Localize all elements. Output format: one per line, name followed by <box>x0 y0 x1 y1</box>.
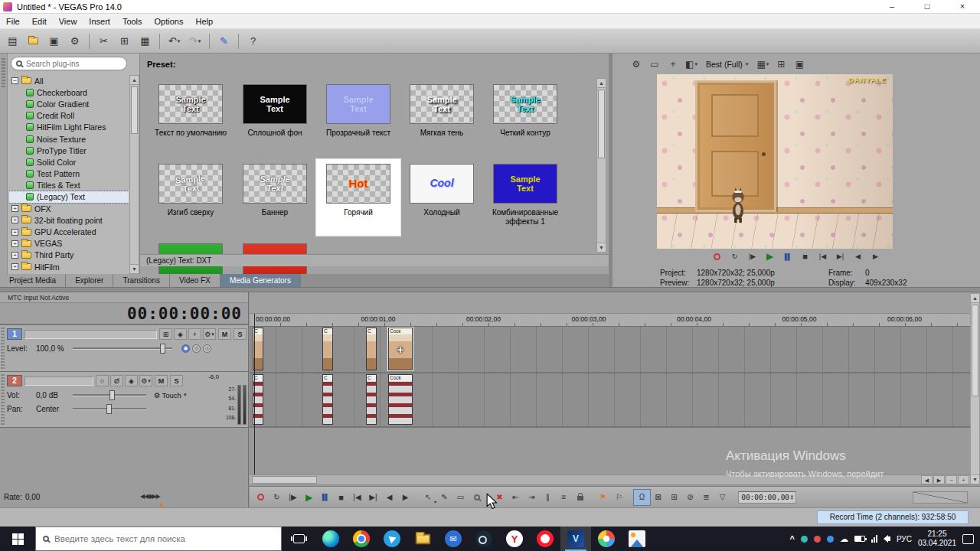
minimize-button[interactable]: – <box>874 0 910 13</box>
scroll-up-icon[interactable]: ▲ <box>130 76 139 85</box>
save-snapshot-button[interactable]: ▣ <box>792 57 806 72</box>
scrollbar-thumb[interactable] <box>252 476 317 484</box>
audio-track-header[interactable]: -6,0 2 ○Ø◈⚙▾ M S Vol: 0,0 dB ⚙ Touch ▾ P… <box>0 372 248 428</box>
save-project-button[interactable]: ▣ <box>44 32 64 51</box>
scroll-right-icon[interactable]: ▶ <box>933 475 945 484</box>
scroll-up-icon[interactable]: ▲ <box>597 79 606 88</box>
task-view-button[interactable] <box>282 527 315 551</box>
video-preview-options-button[interactable]: + <box>666 57 680 72</box>
maximize-button[interactable]: □ <box>910 0 945 13</box>
scroll-down-icon[interactable]: ▼ <box>130 264 139 273</box>
expander-icon[interactable]: + <box>11 229 18 236</box>
start-button[interactable] <box>0 527 35 551</box>
track-fx-button[interactable]: ◈ <box>125 375 138 386</box>
preset-scrollbar[interactable]: ▲ ▼ <box>596 78 606 253</box>
undo-button[interactable]: ↶▾ <box>165 32 184 51</box>
tree-scrollbar[interactable]: ▲ ▼ <box>129 75 139 274</box>
metronome-button[interactable]: ▽ <box>714 490 730 505</box>
expander-icon[interactable]: + <box>11 217 18 223</box>
tree-item-checkerboard[interactable]: Checkerboard <box>9 86 129 98</box>
insert-region-button[interactable]: ⚐ <box>611 490 627 505</box>
stop-button[interactable]: ■ <box>798 249 813 263</box>
pan-crop-button[interactable]: + <box>188 328 201 340</box>
tray-app-icon-teal[interactable] <box>801 536 808 543</box>
zoom-out-icon[interactable]: − <box>946 475 957 484</box>
menu-help[interactable]: Help <box>189 14 219 29</box>
next-frame-button[interactable]: ▶ <box>397 490 413 505</box>
pause-button[interactable]: ▌▌ <box>317 490 333 505</box>
track-name-field[interactable] <box>24 330 157 339</box>
tree-item-all[interactable]: −All <box>9 75 129 86</box>
menu-view[interactable]: View <box>53 14 83 29</box>
lock-event-button[interactable] <box>572 490 588 505</box>
scrollbar-thumb[interactable] <box>598 90 605 158</box>
play-button[interactable]: ▶ <box>301 490 317 505</box>
dock-grip[interactable] <box>0 54 8 274</box>
mute-button[interactable]: M <box>218 328 231 340</box>
loop-playback-button[interactable]: ↻ <box>727 249 743 263</box>
normal-edit-tool-button[interactable]: ↖▾ <box>420 490 436 505</box>
go-to-start-button[interactable]: |◀ <box>815 249 831 263</box>
timeline-area[interactable]: 00:00:00,0000:00:01,0000:00:02,0000:00:0… <box>250 292 971 507</box>
tab-project-media[interactable]: Project Media <box>0 274 66 287</box>
new-project-button[interactable]: ▤ <box>3 32 22 51</box>
preview-quality-dropdown[interactable]: Best (Full)▾ <box>703 60 751 69</box>
battery-icon[interactable] <box>854 536 865 542</box>
taskbar-photos[interactable] <box>622 527 652 551</box>
preset-прозрачный-текст[interactable]: Sample TextПрозрачный текст <box>320 84 397 138</box>
solo-button[interactable]: S <box>234 328 247 340</box>
menu-tools[interactable]: Tools <box>116 14 149 29</box>
tab-transitions[interactable]: Transitions <box>113 274 170 287</box>
tree-item-hitfilm-light-flares[interactable]: HitFilm Light Flares <box>9 122 129 133</box>
taskbar-vegas-pro[interactable]: V <box>560 527 591 551</box>
scroll-down-icon[interactable]: ▼ <box>971 474 979 484</box>
automation-settings-button[interactable]: ⚙▾ <box>203 328 216 340</box>
automation-led[interactable]: ◉ <box>181 344 190 353</box>
mute-button[interactable]: M <box>155 375 168 386</box>
taskbar-telegram[interactable] <box>377 527 407 551</box>
tab-video-fx[interactable]: Video FX <box>170 274 220 287</box>
solo-button[interactable]: S <box>170 375 183 386</box>
tree-item-solid-color[interactable]: Solid Color <box>9 156 129 168</box>
taskbar-clock[interactable]: 21:25 03.04.2021 <box>918 530 956 549</box>
marker-bar[interactable] <box>250 292 971 314</box>
taskbar-search-input[interactable] <box>54 534 281 543</box>
copy-button[interactable]: ⊞ <box>115 32 134 51</box>
enable-snapping-button[interactable]: Ω <box>634 490 650 505</box>
bluetooth-icon[interactable] <box>827 536 834 543</box>
prev-frame-button[interactable]: ◀ <box>381 490 397 505</box>
trim-end-button[interactable]: ⇥ <box>524 490 540 505</box>
video-output-fx-button[interactable]: ⚙ <box>629 57 643 72</box>
expander-icon[interactable]: + <box>11 263 18 270</box>
menu-options[interactable]: Options <box>149 14 190 29</box>
record-button[interactable] <box>710 249 725 263</box>
play-button[interactable]: ▶ <box>763 249 778 263</box>
prev-frame-button[interactable]: ◀ <box>851 249 866 263</box>
tray-expand-icon[interactable]: ^ <box>789 534 794 543</box>
arm-for-record-button[interactable]: ○ <box>96 375 109 386</box>
scrollbar-thumb[interactable] <box>131 86 138 134</box>
taskbar-yandex-browser[interactable]: Y <box>499 527 530 551</box>
invert-phase-button[interactable]: Ø <box>110 375 123 386</box>
audio-event[interactable]: С <box>322 374 333 425</box>
horizontal-splitter[interactable] <box>0 287 980 292</box>
auto-ripple-button[interactable]: ⊠ <box>650 490 666 505</box>
menu-file[interactable]: File <box>0 14 26 29</box>
stop-button[interactable]: ■ <box>333 490 349 505</box>
taskbar-edge[interactable] <box>315 527 346 551</box>
zoom-in-icon[interactable]: + <box>958 475 969 484</box>
video-event[interactable]: С <box>366 328 377 370</box>
tree-item-protype-titler[interactable]: ProType Titler <box>9 145 129 156</box>
preset-холодный[interactable]: CoolХолодный <box>403 164 480 217</box>
loop-button[interactable]: ↻ <box>269 490 285 505</box>
delete-button[interactable]: ✖ <box>492 490 508 505</box>
edit-cursor[interactable] <box>254 314 255 474</box>
expander-icon[interactable]: − <box>11 77 18 84</box>
tree-item-test-pattern[interactable]: Test Pattern <box>9 168 129 180</box>
insert-marker-button[interactable]: ⚑ <box>595 490 611 505</box>
scroll-down-icon[interactable]: ▼ <box>597 243 606 252</box>
tree-item-titles-text[interactable]: Titles & Text <box>9 180 129 191</box>
expander-icon[interactable]: + <box>11 240 18 247</box>
timecode-spinner[interactable]: ▲▼ <box>791 494 793 500</box>
network-icon[interactable] <box>871 535 877 543</box>
